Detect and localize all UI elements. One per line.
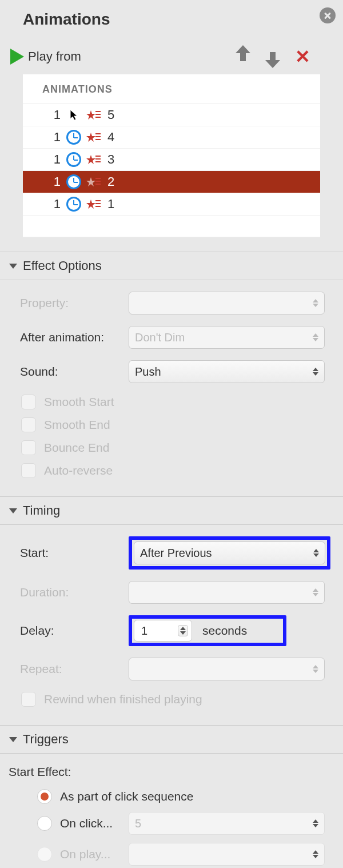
delay-label: Delay: <box>20 624 129 638</box>
svg-rect-15 <box>95 184 101 185</box>
delay-input[interactable]: 1 <box>134 620 192 642</box>
svg-rect-14 <box>95 181 101 182</box>
bounce-end-checkbox <box>21 440 36 455</box>
svg-rect-11 <box>95 161 101 162</box>
start-highlight: After Previous <box>129 536 330 570</box>
emphasis-icon <box>86 198 104 210</box>
smooth-start-checkbox <box>21 395 36 409</box>
anim-row-4[interactable]: 11 <box>23 193 320 216</box>
move-up-button[interactable] <box>232 46 254 67</box>
section-timing[interactable]: Timing <box>0 496 343 525</box>
list-header: ANIMATIONS <box>23 74 320 104</box>
svg-marker-8 <box>86 155 95 164</box>
cursor-icon <box>65 107 82 123</box>
delay-highlight: 1 seconds <box>129 615 286 646</box>
emphasis-icon <box>86 131 104 144</box>
arrow-down-icon <box>270 52 276 61</box>
anim-number: 1 <box>45 197 61 212</box>
sound-select[interactable]: Push <box>129 360 325 383</box>
radio-click-sequence[interactable] <box>37 789 52 804</box>
anim-number: 1 <box>45 152 61 167</box>
close-icon[interactable] <box>320 7 336 23</box>
arrow-up-icon <box>240 52 246 61</box>
anim-row-3[interactable]: 12 <box>23 171 320 193</box>
svg-rect-2 <box>95 114 101 115</box>
svg-marker-16 <box>86 200 95 209</box>
start-label: Start: <box>20 546 129 560</box>
animations-list: ANIMATIONS 1514131211 <box>23 74 320 237</box>
svg-rect-13 <box>95 178 101 179</box>
anim-label: 1 <box>107 197 114 212</box>
triggers-title: Triggers <box>23 732 69 747</box>
radio-on-play-label: On play... <box>60 847 123 861</box>
clock-icon <box>65 174 82 190</box>
delay-unit: seconds <box>202 624 247 638</box>
duration-select <box>129 581 325 604</box>
play-icon <box>10 49 24 65</box>
radio-on-play <box>37 847 52 862</box>
effect-options-title: Effect Options <box>23 258 102 273</box>
clock-icon <box>65 129 82 145</box>
svg-marker-12 <box>86 177 95 186</box>
svg-rect-3 <box>95 117 101 118</box>
anim-number: 1 <box>45 130 61 145</box>
start-select[interactable]: After Previous <box>134 541 325 564</box>
delete-icon: ✕ <box>295 46 310 67</box>
svg-marker-4 <box>86 133 95 142</box>
svg-rect-9 <box>95 156 101 157</box>
delay-stepper[interactable] <box>178 625 188 636</box>
after-animation-select[interactable]: Don't Dim <box>129 326 325 349</box>
anim-label: 5 <box>107 107 114 122</box>
auto-reverse-checkbox <box>21 463 36 478</box>
repeat-select <box>129 658 325 680</box>
on-click-select: 5 <box>129 812 325 835</box>
anim-row-0[interactable]: 15 <box>23 104 320 126</box>
radio-on-click[interactable] <box>37 816 52 831</box>
play-from-button[interactable]: Play from <box>10 49 81 65</box>
anim-label: 4 <box>107 130 114 145</box>
duration-label: Duration: <box>20 586 129 599</box>
emphasis-icon <box>86 176 104 188</box>
anim-row-1[interactable]: 14 <box>23 126 320 149</box>
clock-icon <box>65 152 82 168</box>
move-down-button[interactable] <box>262 46 284 67</box>
svg-marker-0 <box>86 110 95 120</box>
svg-rect-10 <box>95 158 101 160</box>
auto-reverse-label: Auto-reverse <box>44 464 113 477</box>
start-effect-label: Start Effect: <box>9 765 337 779</box>
repeat-label: Repeat: <box>20 662 129 676</box>
smooth-end-label: Smooth End <box>44 418 110 432</box>
svg-rect-19 <box>95 206 101 207</box>
svg-rect-7 <box>95 139 101 140</box>
panel-title: Animations <box>0 0 343 29</box>
property-select <box>129 292 325 314</box>
section-triggers[interactable]: Triggers <box>0 725 343 754</box>
play-from-label: Play from <box>28 49 81 64</box>
smooth-start-label: Smooth Start <box>44 395 114 409</box>
on-play-select <box>129 843 325 866</box>
smooth-end-checkbox <box>21 417 36 432</box>
section-effect-options[interactable]: Effect Options <box>0 252 343 280</box>
bounce-end-label: Bounce End <box>44 441 109 455</box>
rewind-label: Rewind when finished playing <box>44 692 202 706</box>
anim-label: 2 <box>107 174 114 189</box>
chevron-down-icon <box>9 737 17 742</box>
anim-row-2[interactable]: 13 <box>23 149 320 171</box>
property-label: Property: <box>20 296 129 310</box>
svg-rect-5 <box>95 133 101 134</box>
anim-number: 1 <box>45 107 61 122</box>
clock-icon <box>65 196 82 212</box>
timing-title: Timing <box>23 503 60 518</box>
rewind-checkbox <box>21 692 36 707</box>
chevron-down-icon <box>9 264 17 269</box>
anim-number: 1 <box>45 174 61 189</box>
radio-on-click-label: On click... <box>60 817 123 830</box>
svg-rect-17 <box>95 200 101 201</box>
delete-button[interactable]: ✕ <box>292 46 313 67</box>
anim-label: 3 <box>107 152 114 167</box>
emphasis-icon <box>86 153 104 166</box>
svg-rect-6 <box>95 136 101 137</box>
svg-rect-18 <box>95 203 101 204</box>
after-animation-label: After animation: <box>20 331 129 344</box>
chevron-down-icon <box>9 508 17 513</box>
